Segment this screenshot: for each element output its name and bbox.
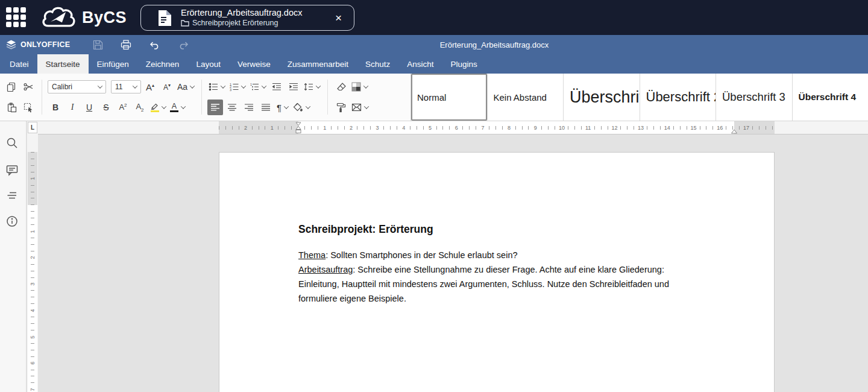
ruler-number: 9 [533,125,538,131]
undo-button[interactable] [149,40,160,49]
menu-tab-zeichnen[interactable]: Zeichnen [137,54,188,74]
redo-button[interactable] [178,40,189,49]
ruler-number: 10 [558,125,566,131]
ruler-number: 14 [663,125,671,131]
font-size-select[interactable]: 11 [111,80,141,93]
line-spacing-button[interactable] [303,79,322,95]
paste-button[interactable] [4,100,19,115]
ruler-number: 11 [584,125,592,131]
document-page[interactable]: Schreibprojekt: Erörterung Thema: Sollte… [219,152,775,392]
align-left-button[interactable] [207,100,223,115]
ruler-number: 3 [375,125,380,131]
font-size-value: 11 [115,83,122,91]
align-center-button[interactable] [224,100,240,115]
clear-style-button[interactable] [333,79,349,95]
folder-icon [181,19,189,27]
bold-button[interactable]: B [48,100,63,115]
font-color-button[interactable]: A [169,100,187,115]
right-indent-marker[interactable] [731,129,738,134]
menu-tab-datei[interactable]: Datei [1,54,37,74]
document-tab[interactable]: Erörterung_Arbeitsauftrag.docx Schreibpr… [140,5,354,31]
ruler-number: 6 [454,125,459,131]
document-canvas: Schreibprojekt: Erörterung Thema: Sollte… [38,135,868,392]
superscript-button[interactable]: A2 [115,100,131,115]
change-case-label: Aa [177,82,187,92]
first-line-indent-marker[interactable] [295,122,302,134]
tab-stop-selector[interactable]: L [28,122,37,133]
ruler-number: 12 [610,125,618,131]
navigation-headings-icon[interactable] [5,189,19,202]
underline-label: U [86,103,92,112]
underlined-term: Thema [298,250,326,260]
comments-icon[interactable] [5,163,19,177]
underline-button[interactable]: U [81,100,97,115]
document-tab-title: Erörterung_Arbeitsauftrag.docx [181,8,303,18]
ruler-number: 8 [506,125,512,131]
document-line: formuliere eigene Beispiele. [298,291,738,306]
paragraph-marks-button[interactable]: ¶ [275,100,291,115]
eraser-icon [336,82,347,92]
line-text: Einleitung, Hauptteil mit mindestens zwe… [298,279,669,289]
highlight-color-button[interactable] [149,100,168,115]
menu-tab-startseite[interactable]: Startseite [37,54,89,74]
search-icon[interactable] [5,136,19,150]
ruler-number: 1 [269,125,275,131]
menu-tab-layout[interactable]: Layout [187,54,229,74]
italic-button[interactable]: I [64,100,80,115]
multilevel-list-button[interactable]: 1 [248,79,268,95]
page-color-button[interactable] [350,79,370,95]
decrease-indent-button[interactable] [269,79,285,95]
paragraph-shading-button[interactable] [292,100,312,115]
app-grid-icon[interactable] [6,7,27,28]
ruler-number: 1 [30,229,36,234]
vertical-ruler-ticks [31,152,34,392]
ruler-number: 6 [30,361,36,366]
copy-style-button[interactable] [333,100,349,115]
style-überschrift-2[interactable]: Überschrift 2 [640,74,717,121]
style-kein-abstand[interactable]: Kein Abstand [488,74,564,121]
increase-font-size-button[interactable]: A▴ [142,79,158,95]
vertical-ruler: L 11234567 [27,121,38,392]
style-normal[interactable]: Normal [411,74,488,121]
align-right-button[interactable] [241,100,257,115]
paragraph-mark-label: ¶ [277,103,281,113]
ruler-number: 15 [689,125,697,131]
style-überschrift-3[interactable]: Überschrift 3 [716,74,793,121]
menu-tab-bar: DateiStartseiteEinfügenZeichnenLayoutVer… [0,54,868,74]
ruler-number: 16 [715,125,724,131]
style-label: Überschrift 1 [570,88,640,107]
mail-merge-button[interactable] [350,100,370,115]
menu-tab-verweise[interactable]: Verweise [229,54,279,74]
menu-tab-schutz[interactable]: Schutz [357,54,398,74]
increase-indent-button[interactable] [286,79,301,95]
document-line: Thema: Sollten Smartphones in der Schule… [298,248,738,262]
menu-tab-zusammenarbeit[interactable]: Zusammenarbeit [279,54,357,74]
close-icon[interactable]: × [333,11,344,25]
select-tool-button[interactable] [20,100,36,115]
ruler-number: 1 [30,176,36,182]
cut-button[interactable] [20,79,36,95]
copy-button[interactable] [4,79,19,95]
ruler-number: 7 [30,387,36,392]
style-überschrift-4[interactable]: Überschrift 4 [793,74,868,121]
document-line: Arbeitsauftrag: Schreibe eine Stellungna… [298,262,738,277]
menu-tab-ansicht[interactable]: Ansicht [398,54,442,74]
menu-tab-einfügen[interactable]: Einfügen [89,54,137,74]
subscript-button[interactable]: A2 [132,100,148,115]
font-name-select[interactable]: Calibri [48,80,106,93]
decrease-font-size-button[interactable]: A▾ [159,79,175,95]
menu-tab-plugins[interactable]: Plugins [442,54,486,74]
strikethrough-button[interactable]: S [98,100,114,115]
italic-label: I [71,103,74,112]
change-case-button[interactable]: Aa [176,79,196,95]
about-info-icon[interactable] [5,215,19,228]
layers-icon [6,40,16,50]
print-button[interactable] [121,40,131,50]
save-button[interactable] [93,40,103,50]
bullet-list-button[interactable] [207,79,227,95]
style-überschrift-1[interactable]: Überschrift 1 [564,74,640,121]
highlight-pen-icon [150,103,159,110]
justify-button[interactable] [258,100,274,115]
numbered-list-button[interactable]: 123 [228,79,247,95]
font-color-label: A [172,103,177,110]
